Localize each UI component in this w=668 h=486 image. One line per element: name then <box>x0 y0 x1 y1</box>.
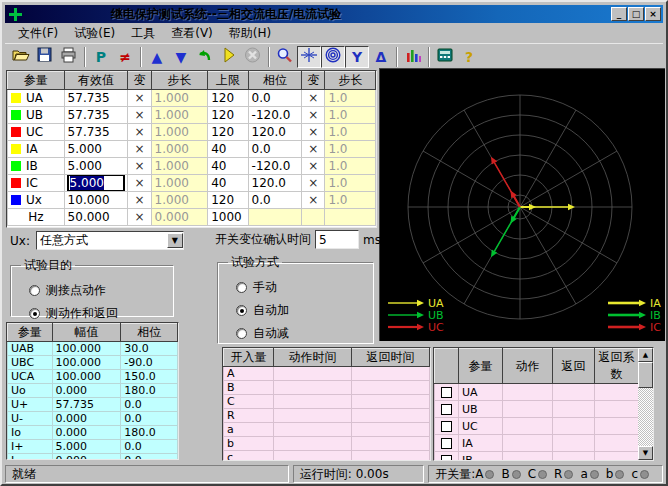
value-cell[interactable]: 10.000 <box>64 192 128 209</box>
variable-flag-cell[interactable] <box>302 209 325 226</box>
increase-button[interactable]: ▲ <box>145 46 169 68</box>
save-button[interactable] <box>33 46 57 68</box>
phase-cell[interactable] <box>248 209 302 226</box>
circles-button[interactable] <box>321 46 345 68</box>
limit-cell[interactable]: 1000 <box>208 209 248 226</box>
wye-button[interactable]: Y <box>345 46 369 68</box>
value-cell[interactable]: 5.000 <box>64 141 128 158</box>
variable-flag-cell[interactable]: × <box>128 192 151 209</box>
confirm-time-input[interactable] <box>315 230 359 249</box>
phase-diff-button[interactable]: ≠ <box>113 46 137 68</box>
value-cell[interactable]: 57.735 <box>64 107 128 124</box>
chevron-down-icon[interactable]: ▼ <box>167 233 183 248</box>
scroll-thumb[interactable] <box>638 362 653 388</box>
zoom-button[interactable] <box>273 46 297 68</box>
close-button[interactable]: × <box>645 7 661 21</box>
p-marker-button[interactable]: P <box>89 46 113 68</box>
variable-flag-cell[interactable]: × <box>302 141 325 158</box>
limit-cell[interactable]: 120 <box>208 124 248 141</box>
step-cell[interactable]: 1.0 <box>325 192 376 209</box>
step-cell[interactable]: 1.000 <box>151 90 208 107</box>
minimize-button[interactable]: _ <box>611 7 627 21</box>
variable-flag-cell[interactable]: × <box>302 90 325 107</box>
phase-cell[interactable]: -120.0 <box>248 158 302 175</box>
phase-cell[interactable]: 120.0 <box>248 124 302 141</box>
row-checkbox[interactable] <box>441 455 452 461</box>
step-cell[interactable]: 1.000 <box>151 124 208 141</box>
test-mode-option[interactable]: 自动减 <box>236 325 365 342</box>
variable-flag-cell[interactable]: × <box>128 141 151 158</box>
ux-mode-combobox[interactable]: 任意方式 ▼ <box>36 231 184 250</box>
variable-flag-cell[interactable]: × <box>128 209 151 226</box>
test-purpose-option[interactable]: 测动作和返回 <box>29 305 165 322</box>
help-button[interactable]: ? <box>457 46 481 68</box>
limit-cell[interactable]: 40 <box>208 141 248 158</box>
step-cell[interactable]: 1.000 <box>151 107 208 124</box>
variable-flag-cell[interactable]: × <box>302 175 325 192</box>
step-cell[interactable]: 1.0 <box>325 124 376 141</box>
limit-cell[interactable]: 40 <box>208 175 248 192</box>
print-button[interactable] <box>57 46 81 68</box>
open-button[interactable] <box>9 46 33 68</box>
variable-flag-cell[interactable]: × <box>128 107 151 124</box>
phase-cell[interactable]: 120.0 <box>248 175 302 192</box>
step-cell[interactable]: 1.000 <box>151 158 208 175</box>
limit-cell[interactable]: 120 <box>208 90 248 107</box>
step-cell[interactable]: 0.000 <box>151 209 208 226</box>
scroll-down-icon[interactable]: ▼ <box>638 446 653 460</box>
step-cell[interactable]: 1.0 <box>325 107 376 124</box>
value-cell[interactable]: 5.000 <box>64 175 128 192</box>
calculator-button[interactable] <box>433 46 457 68</box>
limit-cell[interactable]: 120 <box>208 107 248 124</box>
step-cell[interactable]: 1.0 <box>325 158 376 175</box>
radio-icon[interactable] <box>29 308 40 319</box>
bar-chart-button[interactable] <box>401 46 425 68</box>
variable-flag-cell[interactable]: × <box>128 124 151 141</box>
phase-cell[interactable]: -120.0 <box>248 107 302 124</box>
variable-flag-cell[interactable]: × <box>302 124 325 141</box>
limit-cell[interactable]: 120 <box>208 192 248 209</box>
value-edit-input[interactable]: 5.000 <box>68 175 124 191</box>
variable-flag-cell[interactable]: × <box>128 158 151 175</box>
row-checkbox[interactable] <box>441 421 452 432</box>
delta-button[interactable]: Δ <box>369 46 393 68</box>
maximize-button[interactable]: □ <box>628 7 644 21</box>
row-checkbox[interactable] <box>441 387 452 398</box>
test-purpose-option[interactable]: 测接点动作 <box>29 282 165 299</box>
variable-flag-cell[interactable]: × <box>128 175 151 192</box>
test-mode-option[interactable]: 自动加 <box>236 302 365 319</box>
value-cell[interactable]: 50.000 <box>64 209 128 226</box>
radio-icon[interactable] <box>236 305 247 316</box>
row-checkbox[interactable] <box>441 404 452 415</box>
phase-cell[interactable]: 0.0 <box>248 141 302 158</box>
menu-help[interactable]: 帮助(H) <box>222 23 278 44</box>
variable-flag-cell[interactable]: × <box>128 90 151 107</box>
variable-flag-cell[interactable]: × <box>302 107 325 124</box>
value-cell[interactable]: 5.000 <box>64 158 128 175</box>
value-cell[interactable]: 57.735 <box>64 124 128 141</box>
limit-cell[interactable]: 40 <box>208 158 248 175</box>
decrease-button[interactable]: ▼ <box>169 46 193 68</box>
row-checkbox[interactable] <box>441 438 452 449</box>
vertical-scrollbar[interactable]: ▲ ▼ <box>638 348 653 460</box>
start-button[interactable] <box>217 46 241 68</box>
scroll-up-icon[interactable]: ▲ <box>638 348 653 362</box>
step-cell[interactable]: 1.0 <box>325 175 376 192</box>
menu-view[interactable]: 查看(V) <box>164 23 220 44</box>
radio-icon[interactable] <box>236 282 247 293</box>
variable-flag-cell[interactable]: × <box>302 192 325 209</box>
step-cell[interactable]: 1.0 <box>325 141 376 158</box>
menu-tools[interactable]: 工具 <box>124 23 162 44</box>
phase-cell[interactable]: 0.0 <box>248 90 302 107</box>
step-cell[interactable]: 1.000 <box>151 175 208 192</box>
radio-icon[interactable] <box>29 285 40 296</box>
variable-flag-cell[interactable]: × <box>302 158 325 175</box>
phase-cell[interactable]: 0.0 <box>248 192 302 209</box>
step-cell[interactable]: 1.000 <box>151 141 208 158</box>
step-cell[interactable]: 1.000 <box>151 192 208 209</box>
step-cell[interactable]: 1.0 <box>325 90 376 107</box>
step-cell[interactable] <box>325 209 376 226</box>
value-cell[interactable]: 57.735 <box>64 90 128 107</box>
menu-test[interactable]: 试验(E) <box>67 23 122 44</box>
test-mode-option[interactable]: 手动 <box>236 279 365 296</box>
